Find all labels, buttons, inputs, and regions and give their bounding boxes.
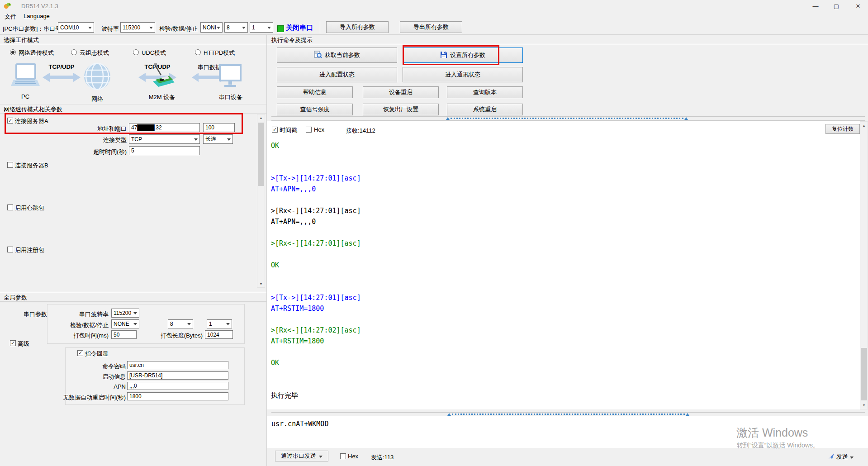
timestamp-checkbox[interactable]: ✓ — [272, 127, 278, 133]
register-checkbox[interactable] — [7, 247, 13, 252]
radio-label-udc[interactable]: UDC模式 — [142, 49, 166, 57]
address-port-label: 地址和端口 — [81, 125, 127, 133]
enter-comm-state-button[interactable]: 进入通讯状态 — [403, 67, 523, 82]
log-line: AT+APN=,,,0 — [271, 216, 854, 227]
enter-config-state-button[interactable]: 进入配置状态 — [277, 67, 397, 82]
databits-select[interactable]: 8 — [224, 22, 248, 33]
global-parity-select[interactable]: NONE — [111, 319, 139, 328]
scroll-up-icon[interactable]: ▲ — [257, 116, 265, 119]
packtime-input[interactable]: 50 — [111, 330, 137, 339]
factory-reset-button[interactable]: 恢复出厂设置 — [363, 104, 439, 115]
send-quill-icon — [828, 453, 835, 461]
set-all-params-button[interactable]: 设置所有参数 — [403, 48, 523, 63]
hex-recv-label[interactable]: Hex — [314, 126, 324, 133]
splitter-handle-icon[interactable] — [686, 413, 689, 416]
server-address-input[interactable]: 47█████.32 — [129, 123, 200, 132]
query-version-button[interactable]: 查询版本 — [447, 86, 523, 98]
apn-input[interactable]: ,,,0 — [127, 382, 228, 390]
chevron-down-icon — [319, 456, 323, 458]
hex-recv-checkbox[interactable] — [306, 127, 312, 133]
menu-item-file[interactable]: 文件 — [5, 13, 16, 21]
packlen-input[interactable]: 1024 — [205, 330, 233, 339]
log-line: AT+RSTIM=1800 — [271, 303, 854, 314]
echo-checkbox[interactable]: ✓ — [77, 350, 83, 356]
radio-cloud-mode[interactable] — [71, 49, 77, 55]
system-restart-button[interactable]: 系统重启 — [447, 104, 523, 115]
activate-windows-watermark: 激活 Windows — [736, 425, 808, 440]
advanced-checkbox[interactable]: ✓ — [10, 340, 16, 346]
port-value: 100 — [205, 124, 214, 131]
server-b-label[interactable]: 连接服务器B — [15, 162, 48, 170]
server-b-checkbox[interactable] — [7, 162, 13, 168]
log-scrollbar[interactable]: ▲ ▼ — [860, 121, 868, 409]
advanced-label[interactable]: 高级 — [18, 340, 29, 348]
echo-label[interactable]: 指令回显 — [85, 350, 109, 358]
scroll-down-icon[interactable]: ▼ — [257, 282, 265, 285]
radio-label-network-transparent[interactable]: 网络透传模式 — [19, 49, 54, 57]
server-a-checkbox[interactable]: ✓ — [7, 118, 13, 124]
section-title-netparams: 网络透传模式相关参数 — [4, 105, 62, 114]
serial-params-group-label: 串口参数 — [24, 310, 47, 319]
radio-label-httpd[interactable]: HTTPD模式 — [204, 49, 235, 57]
import-params-button[interactable]: 导入所有参数 — [326, 21, 389, 33]
stopbits-select[interactable]: 1 — [250, 22, 273, 33]
log-line — [271, 368, 854, 379]
reset-count-button[interactable]: 复位计数 — [825, 124, 860, 134]
global-baud-select[interactable]: 115200 — [111, 309, 139, 318]
radio-network-transparent-mode[interactable] — [10, 49, 16, 55]
com-port-select[interactable]: COM10 — [58, 22, 94, 33]
scroll-up-icon[interactable]: ▲ — [860, 124, 868, 127]
register-label[interactable]: 启用注册包 — [15, 246, 44, 254]
splitter-handle-icon[interactable] — [446, 117, 450, 120]
radio-label-cloud[interactable]: 云组态模式 — [80, 49, 109, 57]
device-restart-button[interactable]: 设备重启 — [363, 86, 439, 98]
global-stopbits-value: 1 — [209, 321, 212, 327]
close-button[interactable]: ✕ — [849, 0, 868, 12]
splitter-dots[interactable] — [452, 414, 685, 415]
hex-send-label[interactable]: Hex — [348, 453, 358, 460]
splitter-handle-icon[interactable] — [684, 117, 688, 120]
splitter-dots[interactable] — [451, 118, 683, 119]
conn-type-select[interactable]: TCP — [129, 134, 200, 144]
left-panel-scrollbar[interactable]: ▲ ▼ — [257, 114, 265, 288]
help-info-button[interactable]: 帮助信息 — [277, 86, 353, 98]
baud-select[interactable]: 115200 — [120, 22, 155, 33]
splitter-handle-icon[interactable] — [447, 413, 451, 416]
button-label: 系统重启 — [473, 105, 497, 114]
scroll-down-icon[interactable]: ▼ — [860, 404, 868, 407]
heartbeat-checkbox[interactable] — [7, 204, 13, 210]
send-button[interactable]: 发送 — [828, 452, 864, 462]
packlen-value: 1024 — [207, 332, 219, 338]
global-databits-select[interactable]: 8 — [168, 319, 193, 328]
close-port-button[interactable]: 关闭串口 — [286, 24, 313, 32]
search-doc-icon — [314, 51, 322, 60]
server-port-input[interactable]: 100 — [203, 123, 235, 132]
button-label: 设置所有参数 — [450, 51, 485, 59]
get-current-params-button[interactable]: 获取当前参数 — [277, 48, 397, 63]
scrollbar-thumb[interactable] — [861, 348, 867, 400]
scrollbar-thumb[interactable] — [258, 123, 264, 186]
timestamp-label[interactable]: 时间戳 — [280, 126, 297, 134]
minimize-button[interactable]: — — [806, 0, 825, 12]
global-stopbits-select[interactable]: 1 — [207, 319, 232, 328]
radio-udc-mode[interactable] — [133, 49, 139, 55]
stopbits-value: 1 — [252, 24, 255, 31]
menu-item-language[interactable]: Language — [24, 13, 50, 19]
conn-mode-select[interactable]: 长连 — [203, 134, 233, 144]
hex-send-checkbox[interactable] — [340, 453, 346, 459]
log-line — [271, 227, 854, 238]
button-label: 查询版本 — [473, 88, 497, 96]
log-splitter[interactable] — [271, 116, 865, 121]
heartbeat-label[interactable]: 启用心跳包 — [15, 204, 44, 212]
parity-select[interactable]: NONI — [200, 22, 223, 33]
check-signal-button[interactable]: 查信号强度 — [277, 104, 353, 115]
cmdpwd-input[interactable]: usr.cn — [127, 361, 228, 369]
bootmsg-input[interactable]: [USR-DR514] — [127, 371, 228, 380]
radio-httpd-mode[interactable] — [195, 49, 201, 55]
send-via-serial-button[interactable]: 通过串口发送 — [275, 451, 328, 461]
maximize-button[interactable]: ▢ — [827, 0, 846, 12]
restart-input[interactable]: 1800 — [127, 392, 228, 400]
export-params-button[interactable]: 导出所有参数 — [400, 21, 462, 33]
server-a-label[interactable]: 连接服务器A — [15, 117, 48, 125]
timeout-input[interactable]: 5 — [129, 146, 200, 155]
